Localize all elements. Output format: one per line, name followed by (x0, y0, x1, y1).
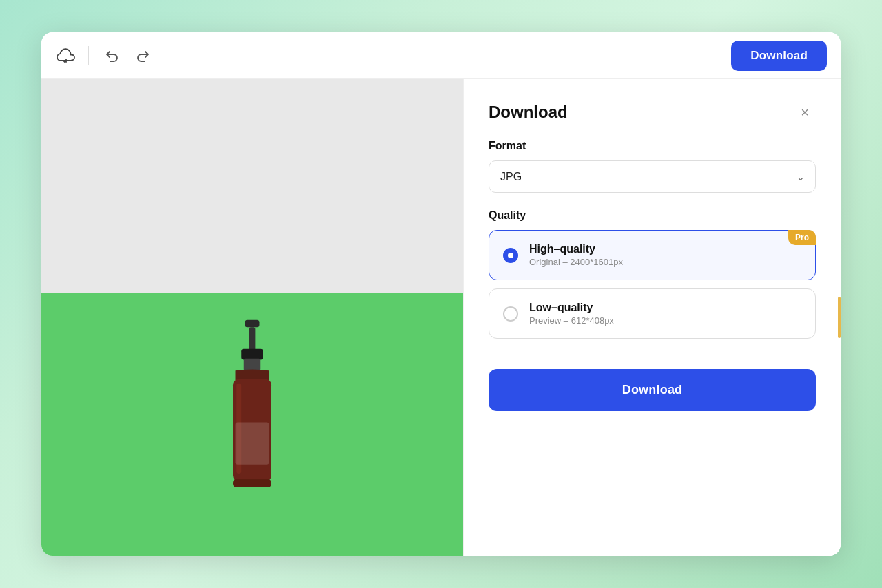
toolbar-divider (88, 46, 89, 65)
high-quality-desc: Original – 2400*1601px (529, 257, 801, 267)
low-quality-option[interactable]: Low–quality Preview – 612*408px (489, 288, 816, 339)
panel-download-button[interactable]: Download (489, 369, 816, 411)
radio-dot (508, 253, 513, 258)
main-content: Download × Format JPG PNG SVG PDF ⌄ (41, 79, 841, 556)
format-select-wrapper: JPG PNG SVG PDF ⌄ (489, 160, 816, 193)
close-button[interactable]: × (794, 101, 816, 123)
format-section: Format JPG PNG SVG PDF ⌄ (489, 140, 816, 193)
high-quality-option[interactable]: High–quality Original – 2400*1601px Pro (489, 230, 816, 280)
scroll-indicator (838, 297, 841, 338)
canvas-area (41, 79, 463, 556)
app-window: Download (41, 32, 841, 556)
redo-button[interactable] (132, 44, 155, 67)
toolbar: Download (41, 32, 841, 79)
panel-header: Download × (489, 101, 816, 123)
canvas-bottom-area (41, 293, 463, 556)
svg-rect-0 (245, 320, 260, 328)
low-quality-text: Low–quality Preview – 612*408px (529, 302, 801, 326)
high-quality-text: High–quality Original – 2400*1601px (529, 243, 801, 267)
download-panel: Download × Format JPG PNG SVG PDF ⌄ (463, 79, 841, 556)
undo-button[interactable] (100, 44, 123, 67)
low-quality-name: Low–quality (529, 302, 801, 314)
low-quality-desc: Preview – 612*408px (529, 315, 801, 326)
high-quality-name: High–quality (529, 243, 801, 255)
high-quality-radio (503, 248, 518, 263)
svg-rect-7 (233, 479, 271, 487)
cloud-icon[interactable] (55, 45, 77, 67)
bottle-illustration (204, 314, 300, 507)
svg-rect-1 (249, 328, 256, 352)
format-select[interactable]: JPG PNG SVG PDF (489, 160, 816, 193)
quality-section: Quality High–quality Original – 2400*160… (489, 209, 816, 347)
svg-rect-3 (244, 359, 261, 371)
quality-label: Quality (489, 209, 816, 222)
canvas-top-area (41, 79, 463, 293)
format-label: Format (489, 140, 816, 152)
pro-badge: Pro (788, 230, 816, 245)
panel-title: Download (489, 103, 568, 122)
svg-rect-6 (236, 423, 269, 465)
low-quality-radio (503, 306, 518, 322)
toolbar-download-button[interactable]: Download (731, 41, 827, 71)
svg-rect-2 (241, 349, 263, 360)
